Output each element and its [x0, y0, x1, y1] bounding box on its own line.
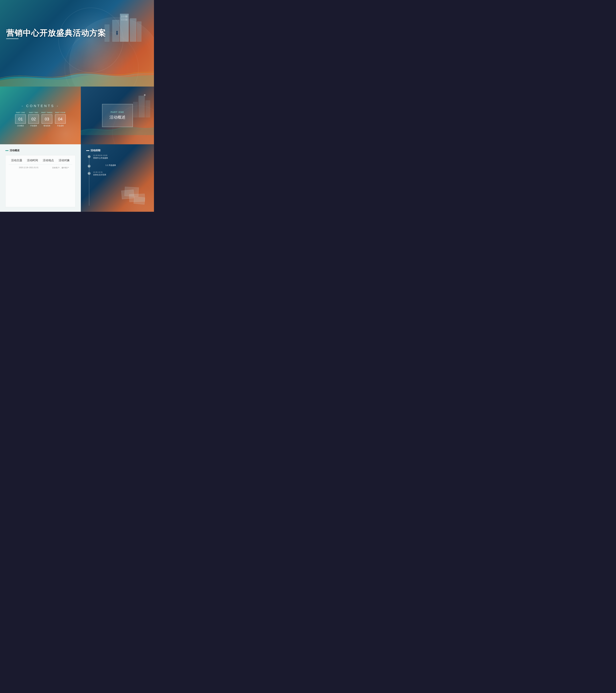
timeline-desc-3: 未来生活示范周 [93, 174, 148, 176]
svg-rect-3 [125, 15, 127, 18]
activity-data-row: 2020.12.26~2021.01.01 目标客户、邀约客户 [8, 166, 72, 169]
part-one-frame: PART ONE 活动概述 [102, 104, 133, 127]
number-box-3: 03 [42, 114, 52, 124]
activity-overview-panel: 活动概述 活动主题 活动时间 活动地点 活动对象 2020.12.26~2021… [0, 144, 81, 212]
section-bar-right [86, 150, 89, 151]
timeline-desc-1: 营销中心开放盛典 [93, 157, 148, 159]
number-box-4: 04 [55, 114, 66, 124]
timeline-icon-1: ▶ [89, 156, 90, 157]
slide-info-row: 活动概述 活动主题 活动时间 活动地点 活动对象 2020.12.26~2021… [0, 144, 154, 212]
timeline-item-2: ▶ 1.1 开盘盛典 [99, 164, 148, 166]
timeline-icon-2: ▶ [89, 165, 90, 167]
svg-rect-13 [139, 96, 145, 117]
section-title-left: 活动概述 [10, 149, 20, 152]
svg-rect-7 [130, 19, 136, 42]
data-4: 目标客户、邀约客户 [52, 166, 69, 169]
col-title-3: 活动地点 [43, 158, 54, 162]
svg-rect-2 [123, 15, 125, 18]
desc-3: 暖场思路 [44, 124, 51, 127]
timeline-time-3: 12.26~12.31 [93, 171, 148, 173]
part-one-panel: PART ONE 活动概述 [81, 86, 154, 144]
content-item-1: PART ONE 01 活动概述 [15, 112, 26, 127]
number-box-1: 01 [15, 114, 26, 124]
svg-rect-10 [137, 22, 141, 42]
data-2: 2020.12.26~2021.01.01 [19, 166, 39, 169]
table-divider [8, 164, 72, 165]
col-title-4: 活动对象 [59, 158, 70, 162]
svg-rect-14 [145, 100, 150, 117]
section-title-right: 活动排期 [91, 149, 100, 152]
svg-point-12 [116, 31, 118, 32]
desc-4: 开盘盛典 [57, 124, 64, 127]
svg-rect-6 [125, 19, 127, 21]
timeline-desc-2: 1.1 开盘盛典 [105, 164, 148, 166]
content-item-2: PART TWO 02 开放盛典 [28, 112, 39, 127]
contents-title: - CONTENTS - [22, 104, 59, 108]
activity-header-row: 活动主题 活动时间 活动地点 活动对象 [8, 158, 72, 162]
part-label-4: PART FOUR [55, 112, 65, 114]
svg-rect-1 [121, 15, 123, 18]
part-one-label: PART ONE [111, 111, 124, 113]
contents-panel: - CONTENTS - PART ONE 01 活动概述 PART TWO 0… [0, 86, 81, 144]
box-3d-4 [134, 197, 145, 204]
section-header-left: 活动概述 [5, 149, 76, 152]
col-title-1: 活动主题 [11, 158, 22, 162]
svg-rect-4 [121, 19, 123, 21]
slide-hero: 营销中心开放盛典活动方案 [0, 0, 154, 86]
number-box-2: 02 [28, 114, 39, 124]
slide-contents-row: - CONTENTS - PART ONE 01 活动概述 PART TWO 0… [0, 86, 154, 144]
deco-dot [144, 94, 145, 96]
content-item-3: PART THREE 03 暖场思路 [41, 112, 53, 127]
timeline-line [89, 156, 89, 205]
desc-2: 开放盛典 [30, 124, 37, 127]
activity-schedule-panel: 活动排期 ▶ 12.26 09:30~10:00 营销中心开放盛典 ▶ 1.1 … [81, 144, 154, 212]
part-one-card: PART ONE 活动概述 [102, 104, 133, 127]
contents-grid: PART ONE 01 活动概述 PART TWO 02 开放盛典 PART T… [15, 112, 65, 127]
svg-rect-15 [133, 102, 138, 117]
part-label-3: PART THREE [41, 112, 53, 114]
section-header-right: 活动排期 [86, 149, 148, 152]
svg-rect-5 [123, 19, 125, 21]
part-one-chinese: 活动概述 [110, 115, 125, 120]
timeline-dot-3: ▶ [88, 172, 91, 175]
section-bar-left [5, 150, 8, 151]
timeline-item-1: ▶ 12.26 09:30~10:00 营销中心开放盛典 [86, 155, 148, 159]
timeline-item-3: ▶ 12.26~12.31 未来生活示范周 [86, 171, 148, 176]
timeline-icon-3: ▶ [89, 173, 90, 174]
part-label-2: PART TWO [29, 112, 38, 114]
timeline-dot-1: ▶ [88, 155, 91, 158]
boxes-decoration [122, 185, 150, 205]
timeline-dot-2: ▶ [88, 165, 91, 167]
col-title-2: 活动时间 [27, 158, 38, 162]
desc-1: 活动概述 [17, 124, 24, 127]
part-label-1: PART ONE [16, 112, 25, 114]
hero-line [6, 39, 18, 39]
hero-title: 营销中心开放盛典活动方案 [6, 28, 106, 39]
activity-table: 活动主题 活动时间 活动地点 活动对象 2020.12.26~2021.01.0… [5, 155, 76, 207]
content-item-4: PART FOUR 04 开盘盛典 [55, 112, 66, 127]
timeline-time-1: 12.26 09:30~10:00 [93, 155, 148, 156]
